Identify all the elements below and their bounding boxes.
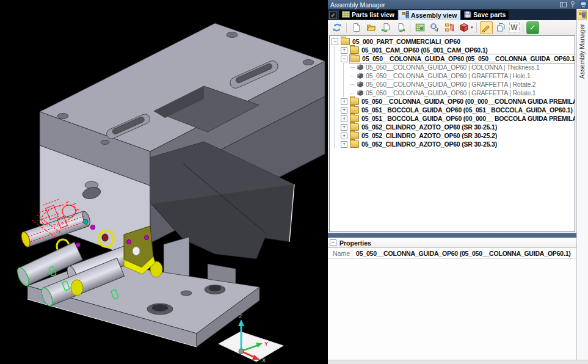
tree-item[interactable]: +05_051_ BOCCOLA_GUIDA_OP60 (00_000__ BO… bbox=[330, 114, 575, 123]
plus-expander-icon[interactable]: + bbox=[341, 141, 347, 148]
collapse-icon[interactable]: − bbox=[330, 239, 336, 246]
tree-connector bbox=[350, 80, 356, 89]
dock-icon[interactable] bbox=[559, 1, 567, 9]
tree-indent bbox=[332, 89, 341, 97]
panel-bottom-bar bbox=[328, 360, 588, 364]
tab-check-button[interactable]: ✓ bbox=[329, 11, 337, 19]
plus-expander-icon[interactable]: + bbox=[341, 47, 347, 54]
solid-view-dropdown-icon[interactable]: ▾ bbox=[471, 25, 473, 30]
tree-item-label[interactable]: 05_050__COLONNA_GUIDA_OP60 | GRAFFETTA |… bbox=[366, 89, 536, 97]
new-document-icon[interactable] bbox=[350, 21, 363, 34]
tree-item-label[interactable]: 05_051_ BOCCOLA_GUIDA_OP60 (05_051_ BOCC… bbox=[361, 106, 573, 114]
tree-item[interactable]: +05_052_CILINDRO_AZOTO_OP60 (SR 30-25.3) bbox=[330, 140, 575, 148]
plus-expander-icon[interactable]: + bbox=[341, 115, 347, 122]
assembly-manager-tab-icon[interactable] bbox=[578, 10, 587, 20]
tree-indent bbox=[332, 131, 341, 140]
assembly-tree-icon bbox=[402, 11, 409, 20]
ground-plane-icon bbox=[219, 332, 283, 362]
solid-view-icon[interactable] bbox=[457, 21, 470, 34]
pick-element-icon[interactable] bbox=[428, 21, 441, 34]
tab-label: Save parts bbox=[473, 11, 506, 18]
folder-icon bbox=[350, 123, 359, 131]
tree-item[interactable]: 05_050__COLONNA_GUIDA_OP60 | GRAFFETTA |… bbox=[330, 80, 575, 89]
refresh-icon[interactable] bbox=[330, 21, 343, 34]
plus-expander-icon[interactable]: + bbox=[341, 133, 347, 139]
confirm-icon[interactable]: ✓ bbox=[526, 21, 539, 34]
tree-indent bbox=[341, 89, 350, 97]
plus-expander-icon[interactable]: + bbox=[341, 98, 347, 105]
folder-icon bbox=[341, 38, 350, 45]
plus-expander-icon[interactable]: + bbox=[341, 124, 347, 131]
save-icon bbox=[464, 11, 471, 19]
tree-item-label[interactable]: 05_050__COLONNA_GUIDA_OP60 (00_000__COLO… bbox=[361, 97, 575, 106]
viewport-3d[interactable]: Z Y X bbox=[0, 0, 328, 364]
assembly-manager-panel: Assembly Manager ✕ ✓ Parts list view Ass… bbox=[328, 0, 588, 364]
panel-titlebar[interactable]: Assembly Manager ✕ bbox=[328, 0, 588, 9]
cad-model[interactable] bbox=[27, 23, 325, 347]
tree-item[interactable]: −05_000_PART_COMMERCIALI_OP60 bbox=[330, 37, 575, 46]
stripper-bracket[interactable] bbox=[124, 226, 155, 274]
tree-item-label[interactable]: 05_050__COLONNA_GUIDA_OP60 | GRAFFETTA |… bbox=[366, 71, 531, 80]
axis-z-label: Z bbox=[239, 313, 242, 319]
plus-expander-icon[interactable]: + bbox=[341, 107, 347, 114]
tree-connector bbox=[350, 71, 356, 80]
side-tab-label[interactable]: Assembly Manager bbox=[578, 24, 586, 79]
tree-item[interactable]: 05_050__COLONNA_GUIDA_OP60 | GRAFFETTA |… bbox=[330, 71, 575, 80]
solid-icon bbox=[357, 90, 363, 96]
edit-icon[interactable] bbox=[480, 21, 493, 34]
tree-indent bbox=[332, 114, 341, 123]
import-file-icon[interactable] bbox=[379, 21, 392, 34]
tree-indent bbox=[332, 140, 341, 148]
tree-indent bbox=[332, 54, 341, 63]
pin-icon[interactable] bbox=[568, 1, 576, 9]
tab-assembly-view[interactable]: Assembly view bbox=[398, 10, 460, 20]
tree-item[interactable]: +05_052_CILINDRO_AZOTO_OP60 (SR 30-25.1) bbox=[330, 123, 575, 131]
tab-label: Assembly view bbox=[411, 12, 457, 19]
tree-item-label[interactable]: 05_050__COLONNA_GUIDA_OP60 | GRAFFETTA |… bbox=[366, 80, 536, 89]
export-file-icon[interactable] bbox=[394, 21, 407, 34]
assembly-tree[interactable]: −05_000_PART_COMMERCIALI_OP60+05_001_CAM… bbox=[329, 35, 575, 232]
tree-item-label[interactable]: 05_050__COLONNA_GUIDA_OP60 (05_050__COLO… bbox=[362, 54, 575, 63]
swap-hierarchy-icon[interactable] bbox=[443, 21, 456, 34]
tree-item-label[interactable]: 05_052_CILINDRO_AZOTO_OP60 (SR 30-25.1) bbox=[361, 123, 497, 131]
properties-panel: − Properties Name 05_050__COLONNA_GUIDA_… bbox=[328, 238, 577, 360]
property-name-value[interactable]: 05_050__COLONNA_GUIDA_OP60 (05_050__COLO… bbox=[352, 250, 571, 257]
tree-item-label[interactable]: 05_052_CILINDRO_AZOTO_OP60 (SR 30-25.3) bbox=[361, 140, 497, 148]
word-export-icon[interactable]: W bbox=[509, 23, 520, 32]
cad-scene[interactable]: Z Y X bbox=[0, 0, 328, 364]
tree-item-label[interactable]: 05_050__COLONNA_GUIDA_OP60 | COLONNA | T… bbox=[366, 63, 540, 71]
axis-x-label: X bbox=[262, 357, 266, 363]
tree-item-label[interactable]: 05_001_CAM_OP60 (05_001_CAM_OP60.1) bbox=[361, 46, 488, 54]
open-folder-icon[interactable] bbox=[365, 21, 377, 34]
tree-item[interactable]: +05_001_CAM_OP60 (05_001_CAM_OP60.1) bbox=[330, 46, 575, 54]
tree-item[interactable]: +05_050__COLONNA_GUIDA_OP60 (00_000__COL… bbox=[330, 97, 575, 106]
tree-item-label[interactable]: 05_051_ BOCCOLA_GUIDA_OP60 (00_000__ BOC… bbox=[361, 114, 575, 123]
tree-indent bbox=[332, 97, 341, 106]
tree-item[interactable]: 05_050__COLONNA_GUIDA_OP60 | COLONNA | T… bbox=[330, 63, 575, 71]
image-table-icon[interactable] bbox=[413, 21, 426, 34]
minus-expander-icon[interactable]: − bbox=[332, 38, 338, 45]
tree-item[interactable]: 05_050__COLONNA_GUIDA_OP60 | GRAFFETTA |… bbox=[330, 89, 575, 97]
solid-icon bbox=[357, 64, 363, 70]
tree-item[interactable]: −05_050__COLONNA_GUIDA_OP60 (05_050__COL… bbox=[330, 54, 575, 63]
folder-icon bbox=[350, 46, 359, 54]
solid-icon bbox=[357, 73, 363, 79]
selected-tree-item[interactable]: 05_050__COLONNA_GUIDA_OP60 (05_050__COLO… bbox=[350, 54, 575, 63]
toolbar-separator bbox=[346, 23, 347, 33]
tree-item[interactable]: +05_051_ BOCCOLA_GUIDA_OP60 (05_051_ BOC… bbox=[330, 106, 575, 114]
tree-item-label[interactable]: 05_052_CILINDRO_AZOTO_OP60 (SR 30-25.2) bbox=[361, 131, 497, 140]
tree-indent bbox=[332, 123, 341, 131]
minus-expander-icon[interactable]: − bbox=[341, 56, 347, 62]
tree-indent bbox=[341, 80, 350, 89]
copy-sheet-icon[interactable] bbox=[495, 21, 507, 34]
tree-indent bbox=[341, 71, 350, 80]
tree-item[interactable]: +05_052_CILINDRO_AZOTO_OP60 (SR 30-25.2) bbox=[330, 131, 575, 140]
properties-header[interactable]: − Properties bbox=[328, 238, 577, 248]
tab-parts-list-view[interactable]: Parts list view bbox=[338, 10, 398, 20]
property-name-label: Name bbox=[328, 248, 352, 258]
tab-save-parts[interactable]: Save parts bbox=[460, 10, 509, 20]
tree-item-label[interactable]: 05_000_PART_COMMERCIALI_OP60 bbox=[352, 37, 460, 46]
tree-indent bbox=[332, 80, 341, 89]
toolbar-separator bbox=[410, 23, 410, 33]
tree-list: −05_000_PART_COMMERCIALI_OP60+05_001_CAM… bbox=[330, 37, 575, 148]
